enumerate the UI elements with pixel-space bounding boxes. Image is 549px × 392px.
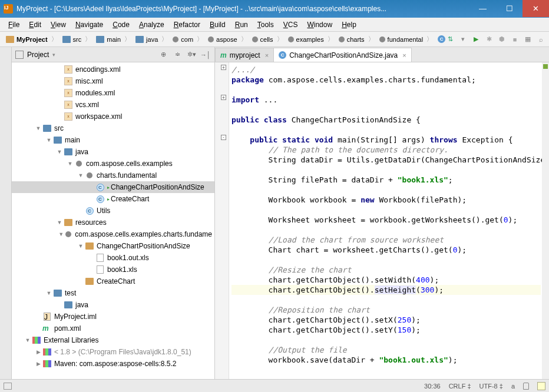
tree-node[interactable]: ▼src: [12, 122, 214, 134]
menu-file[interactable]: File: [4, 19, 24, 30]
hide-icon[interactable]: →│: [200, 49, 211, 60]
menu-refactor[interactable]: Refactor: [169, 19, 205, 30]
hector-icon[interactable]: [537, 382, 545, 390]
jcls-icon: C: [85, 207, 94, 215]
search-icon[interactable]: ⌕: [536, 35, 545, 44]
tree-node[interactable]: book1.out.xls: [12, 252, 214, 264]
insert-mode[interactable]: a: [511, 383, 515, 390]
tree-node[interactable]: xworkspace.xml: [12, 111, 214, 122]
menu-build[interactable]: Build: [205, 19, 230, 30]
lib-icon: [42, 348, 52, 356]
dropdown-icon[interactable]: ▾: [458, 35, 468, 44]
project-tree[interactable]: xencodings.xmlxmisc.xmlxmodules.xmlxvcs.…: [12, 62, 214, 379]
pkg-icon: [85, 172, 94, 178]
menu-view[interactable]: View: [46, 19, 71, 30]
tree-node[interactable]: xencodings.xml: [12, 64, 214, 75]
readonly-lock-icon[interactable]: [523, 383, 529, 390]
tree-node[interactable]: xvcs.xml: [12, 99, 214, 111]
run-button[interactable]: ▶: [471, 35, 481, 44]
menu-navigate[interactable]: Navigate: [71, 19, 108, 30]
editor-tab[interactable]: CChangeChartPositionAndSize.java×: [273, 48, 412, 62]
tree-node[interactable]: ▼ChangeChartPositionAndSize: [12, 240, 214, 252]
menu-run[interactable]: Run: [230, 19, 253, 30]
settings-icon[interactable]: ✲▾: [186, 49, 197, 60]
locate-icon[interactable]: ⊕: [158, 49, 168, 60]
xml-icon: x: [64, 89, 73, 97]
menu-vcs[interactable]: VCS: [279, 19, 303, 30]
breadcrumb-java[interactable]: java〉: [133, 35, 170, 44]
sync-icon[interactable]: ⇅: [445, 35, 455, 44]
m-icon: m: [42, 324, 52, 333]
breadcrumb-fundamental[interactable]: fundamental〉: [377, 35, 436, 44]
menu-code[interactable]: Code: [108, 19, 134, 30]
xml-icon: x: [64, 112, 73, 121]
tree-node[interactable]: ▼main: [12, 134, 214, 146]
tree-node[interactable]: ▼test: [12, 287, 214, 299]
tree-node[interactable]: ▼External Libraries: [12, 334, 214, 346]
breadcrumb-src[interactable]: src〉: [60, 35, 94, 44]
stop-button[interactable]: ■: [510, 35, 520, 44]
lib-icon: [32, 337, 41, 344]
tree-node[interactable]: ▼resources: [12, 217, 214, 228]
tree-node[interactable]: ▶Maven: com.aspose:aspose-cells:8.5.2: [12, 358, 214, 370]
close-button[interactable]: ✕: [522, 0, 549, 17]
tree-node[interactable]: ▶< 1.8 > (C:\Program Files\Java\jdk1.8.0…: [12, 346, 214, 358]
tree-node[interactable]: C▸CreateChart: [12, 193, 214, 205]
pkg-icon: [65, 231, 73, 237]
tree-node[interactable]: CUtils: [12, 205, 214, 217]
tree-node[interactable]: java: [12, 299, 214, 311]
debug-button[interactable]: ✱: [484, 35, 494, 44]
code-editor[interactable]: ++- /.../package com.aspose.cells.exampl…: [215, 62, 549, 379]
minimize-button[interactable]: —: [469, 0, 496, 17]
coverage-button[interactable]: ⬢: [497, 35, 507, 44]
menu-tools[interactable]: Tools: [253, 19, 279, 30]
editor-tabs: mmyproject×CChangeChartPositionAndSize.j…: [215, 47, 549, 62]
breadcrumb-examples[interactable]: examples〉: [286, 35, 336, 44]
collapse-icon[interactable]: ≑: [172, 49, 183, 60]
tree-node[interactable]: CreateChart: [12, 275, 214, 287]
folder-icon: [64, 219, 73, 226]
maximize-button[interactable]: ☐: [496, 0, 522, 17]
tree-node[interactable]: JMyProject.iml: [12, 311, 214, 323]
tree-node[interactable]: xmisc.xml: [12, 75, 214, 87]
breadcrumb-charts[interactable]: charts〉: [336, 35, 377, 44]
close-tab-icon[interactable]: ×: [402, 52, 406, 59]
tree-node[interactable]: ▼java: [12, 146, 214, 158]
folder-icon: [85, 278, 94, 285]
window-title: MyProject - [C:\Users\Adeel Ilyas\IdeaPr…: [16, 5, 469, 13]
fold-toggle-icon[interactable]: -: [221, 135, 226, 140]
fold-toggle-icon[interactable]: +: [221, 95, 226, 100]
layout-icon[interactable]: ▦: [523, 35, 533, 44]
tree-node[interactable]: ▼com.aspose.cells.examples: [12, 158, 214, 170]
folder-b-icon: [64, 301, 73, 308]
close-tab-icon[interactable]: ×: [265, 52, 269, 59]
menu-edit[interactable]: Edit: [24, 19, 46, 30]
tree-node[interactable]: xmodules.xml: [12, 87, 214, 99]
file-icon: [95, 265, 105, 274]
breadcrumb-cells[interactable]: cells〉: [250, 35, 286, 44]
status-bar: 30:36 CRLF ‡ UTF-8 ‡ a: [0, 379, 549, 392]
editor-tab[interactable]: mmyproject×: [215, 48, 274, 62]
breadcrumb-myproject[interactable]: MyProject〉: [4, 35, 60, 44]
file-encoding[interactable]: UTF-8 ‡: [479, 383, 503, 390]
project-tool-window: Project ▾ ⊕ ≑ ✲▾ →│ xencodings.xmlxmisc.…: [12, 47, 215, 379]
breadcrumb-ch[interactable]: CCh: [435, 35, 445, 43]
breadcrumb-com[interactable]: com〉: [170, 35, 206, 44]
file-icon: [95, 254, 105, 262]
menu-window[interactable]: Window: [302, 19, 337, 30]
line-separator[interactable]: CRLF ‡: [449, 383, 471, 390]
folder-icon: [85, 242, 94, 250]
tree-node[interactable]: ▼charts.fundamental: [12, 170, 214, 181]
tree-node[interactable]: mpom.xml: [12, 323, 214, 334]
breadcrumb-aspose[interactable]: aspose〉: [206, 35, 249, 44]
caret-position[interactable]: 30:36: [424, 383, 441, 390]
tree-node[interactable]: book1.xls: [12, 264, 214, 275]
tree-node[interactable]: ▼com.aspose.cells.examples.charts.fundam…: [12, 228, 214, 240]
error-stripe: [542, 62, 549, 379]
fold-toggle-icon[interactable]: +: [221, 65, 226, 70]
menu-analyze[interactable]: Analyze: [134, 19, 169, 30]
breadcrumb-main[interactable]: main〉: [94, 35, 133, 44]
jcls-icon: C: [95, 195, 105, 203]
tree-node[interactable]: C▸ChangeChartPositionAndSize: [12, 181, 214, 193]
menu-help[interactable]: Help: [337, 19, 361, 30]
